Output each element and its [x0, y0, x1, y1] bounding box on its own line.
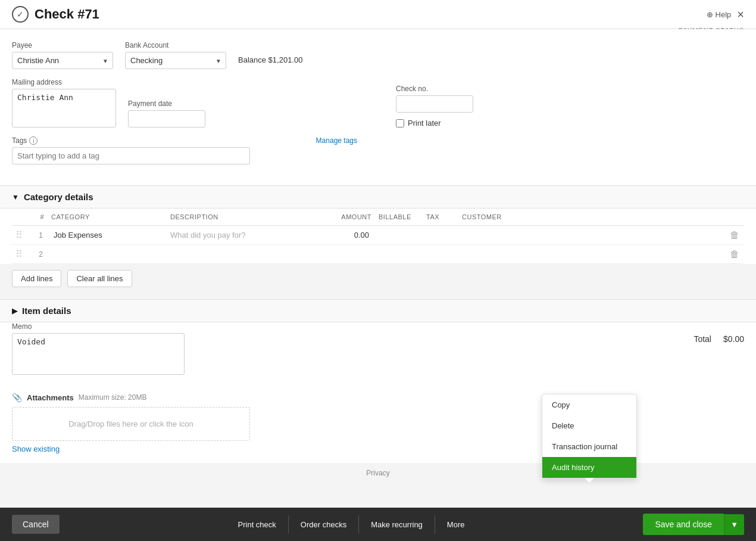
- category-details-header[interactable]: ▼ Category details: [0, 185, 756, 209]
- memo-group: Memo Voided: [12, 322, 185, 375]
- balance-label: Balance: [238, 55, 266, 64]
- table-row: ⠿ 1 What did you pay for? 0.00 🗑: [12, 226, 744, 245]
- help-icon: ⊕: [707, 10, 713, 19]
- drag-handle-icon[interactable]: ⠿: [15, 230, 23, 240]
- header: ✓ Check #71 ⊕ Help ×: [0, 0, 756, 29]
- total-amount: $0.00: [723, 334, 744, 344]
- table-actions: Add lines Clear all lines: [0, 264, 756, 299]
- payee-select[interactable]: Christie Ann: [12, 52, 113, 69]
- col-amount: AMOUNT: [315, 209, 375, 226]
- tags-label: Tags: [12, 136, 27, 145]
- main-content: Payee Christie Ann ▼ Bank Account Checki…: [0, 29, 756, 185]
- mailing-address-label: Mailing address: [12, 78, 116, 86]
- attachments-max-size: Maximum size: 20MB: [79, 393, 147, 402]
- clear-all-lines-button[interactable]: Clear all lines: [67, 270, 132, 287]
- check-no-label: Check no.: [396, 85, 473, 93]
- payee-group: Payee Christie Ann ▼: [12, 41, 113, 69]
- close-button[interactable]: ×: [737, 8, 744, 21]
- memo-label: Memo: [12, 322, 185, 331]
- dropdown-delete[interactable]: Delete: [542, 415, 636, 436]
- amount-cell-2: [315, 245, 375, 264]
- dropdown-audit-history[interactable]: Audit history: [542, 457, 636, 478]
- table-row: ⠿ 2 🗑: [12, 245, 744, 264]
- page-title: Check #71: [35, 7, 99, 22]
- check-no-group: Check no. 71 Print later: [396, 85, 473, 128]
- dropdown-caret-icon: [585, 478, 594, 483]
- bank-account-select[interactable]: Checking: [125, 52, 226, 69]
- item-details-section: Memo Voided Total $0.00: [0, 322, 756, 387]
- attachments-title: Attachments: [27, 393, 74, 402]
- drop-zone[interactable]: Drag/Drop files here or click the icon: [12, 407, 250, 441]
- category-table: # CATEGORY DESCRIPTION AMOUNT BILLABLE T…: [12, 209, 744, 264]
- show-existing-link[interactable]: Show existing: [12, 441, 60, 457]
- description-input-2[interactable]: [170, 248, 312, 260]
- item-details-header[interactable]: ▶ Item details: [0, 299, 756, 322]
- row-number: 2: [30, 245, 48, 264]
- attachments-section: 📎 Attachments Maximum size: 20MB Drag/Dr…: [0, 387, 756, 463]
- print-later-row: Print later: [396, 119, 473, 128]
- delete-row-2-button[interactable]: 🗑: [730, 249, 739, 260]
- memo-total-row: Memo Voided Total $0.00: [12, 322, 744, 375]
- col-customer: CUSTOMER: [458, 209, 726, 226]
- bank-account-group: Bank Account Checking ▼: [125, 41, 226, 69]
- add-lines-button[interactable]: Add lines: [12, 270, 61, 287]
- row-number: 1: [30, 226, 48, 245]
- total-label: Total: [693, 334, 711, 344]
- description-placeholder-1: What did you pay for?: [170, 231, 245, 240]
- col-billable: BILLABLE: [375, 209, 423, 226]
- more-dropdown-menu: Copy Delete Transaction journal Audit hi…: [542, 394, 637, 478]
- privacy-text: Privacy: [0, 463, 756, 483]
- category-details-title: Category details: [24, 192, 93, 202]
- manage-tags-link[interactable]: Manage tags: [316, 136, 357, 145]
- balance-value: $1,201.00: [268, 55, 303, 64]
- balance-display: Balance $1,201.00: [238, 55, 302, 69]
- col-description: DESCRIPTION: [167, 209, 315, 226]
- tax-cell-2: [423, 245, 458, 264]
- check-no-input[interactable]: 71: [396, 95, 473, 113]
- print-later-label: Print later: [408, 119, 441, 128]
- category-details-arrow-icon: ▼: [12, 193, 19, 201]
- drop-zone-placeholder: Drag/Drop files here or click the icon: [68, 419, 193, 428]
- payment-date-input[interactable]: 01/03/2021: [128, 110, 205, 128]
- tax-cell-1: [423, 226, 458, 245]
- billable-cell-1: [375, 226, 423, 245]
- payment-date-group: Payment date 01/03/2021: [128, 100, 205, 128]
- help-button[interactable]: ⊕ Help: [707, 10, 732, 19]
- tags-input[interactable]: [12, 147, 250, 164]
- mailing-address-input[interactable]: Christie Ann: [12, 89, 116, 128]
- item-details-arrow-icon: ▶: [12, 307, 17, 315]
- col-category: CATEGORY: [48, 209, 167, 226]
- category-details-table-section: # CATEGORY DESCRIPTION AMOUNT BILLABLE T…: [0, 209, 756, 264]
- tags-info-icon[interactable]: i: [29, 136, 38, 145]
- tags-section: Tags i Manage tags: [12, 136, 744, 164]
- amount-cell-1: 0.00: [315, 226, 375, 245]
- delete-row-1-button[interactable]: 🗑: [730, 230, 739, 241]
- help-label: Help: [716, 10, 732, 19]
- item-details-title: Item details: [22, 306, 71, 316]
- payee-select-wrap: Christie Ann ▼: [12, 52, 113, 69]
- col-tax: TAX: [423, 209, 458, 226]
- attachment-icon: 📎: [12, 393, 22, 402]
- address-date-row: Mailing address Christie Ann Payment dat…: [12, 78, 744, 128]
- category-input-1[interactable]: [51, 229, 163, 241]
- mailing-address-group: Mailing address Christie Ann: [12, 78, 116, 128]
- bank-account-select-wrap: Checking ▼: [125, 52, 226, 69]
- tags-label-row: Tags i Manage tags: [12, 136, 744, 145]
- customer-cell-2: [458, 245, 726, 264]
- header-left: ✓ Check #71: [12, 6, 99, 23]
- drag-handle-icon[interactable]: ⠿: [15, 249, 23, 259]
- bank-account-label: Bank Account: [125, 41, 226, 49]
- dropdown-transaction-journal[interactable]: Transaction journal: [542, 436, 636, 457]
- col-num: #: [30, 209, 48, 226]
- total-row: Total $0.00: [693, 322, 744, 344]
- payment-date-label: Payment date: [128, 100, 205, 108]
- payee-bank-row: Payee Christie Ann ▼ Bank Account Checki…: [12, 41, 744, 69]
- header-right: ⊕ Help ×: [707, 8, 744, 21]
- print-later-checkbox[interactable]: [396, 119, 404, 128]
- memo-textarea[interactable]: Voided: [12, 333, 185, 375]
- category-input-2[interactable]: [51, 248, 163, 260]
- billable-cell-2: [375, 245, 423, 264]
- payee-label: Payee: [12, 41, 113, 49]
- dropdown-copy[interactable]: Copy: [542, 394, 636, 415]
- check-icon: ✓: [12, 6, 29, 23]
